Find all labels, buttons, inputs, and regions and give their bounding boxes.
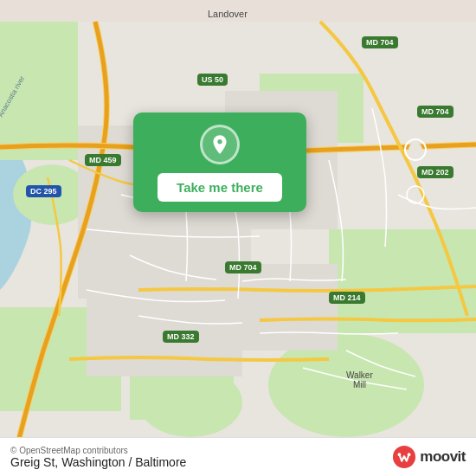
info-left: © OpenStreetMap contributors Greig St, W… [10, 446, 186, 469]
map-background [0, 0, 476, 476]
badge-md459: MD 459 [85, 154, 121, 166]
badge-dc295: DC 295 [26, 185, 61, 197]
badge-md202: MD 202 [417, 166, 453, 178]
map-container: US 50 MD 704 MD 459 DC 295 MD 704 MD 332… [0, 0, 476, 476]
popup-card: Take me there [133, 113, 306, 212]
badge-md704-mid: MD 704 [225, 261, 261, 273]
badge-md704-right: MD 704 [417, 106, 453, 118]
info-bar: © OpenStreetMap contributors Greig St, W… [0, 437, 476, 476]
svg-point-14 [408, 143, 422, 157]
osm-attribution: © OpenStreetMap contributors [10, 446, 186, 455]
svg-point-8 [138, 368, 242, 437]
badge-md332: MD 332 [163, 331, 199, 343]
pin-svg [209, 133, 231, 156]
take-me-there-button[interactable]: Take me there [158, 173, 282, 202]
location-pin-icon [200, 125, 240, 164]
moovit-logo: moovit [392, 445, 466, 469]
badge-md704-top: MD 704 [362, 36, 398, 48]
walker-mill-label: WalkerMill [346, 370, 373, 389]
moovit-icon [392, 445, 416, 469]
badge-md214: MD 214 [329, 292, 365, 304]
landover-label: Landover [208, 9, 248, 19]
svg-point-17 [398, 453, 402, 456]
svg-point-18 [408, 453, 411, 456]
location-label: Greig St, Washington / Baltimore [10, 455, 186, 469]
svg-rect-12 [234, 264, 338, 351]
badge-us50: US 50 [197, 74, 228, 86]
moovit-brand-name: moovit [420, 448, 466, 466]
